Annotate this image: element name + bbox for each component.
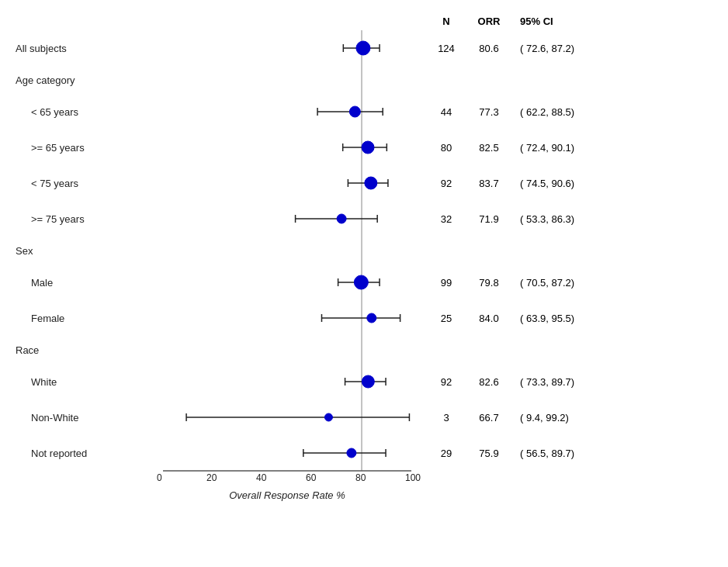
row-label: Age category <box>16 74 155 86</box>
data-orr: 79.8 <box>466 277 512 289</box>
row-label: Race <box>16 344 155 356</box>
row-data: 2584.0( 63.9, 95.5) <box>419 313 613 324</box>
data-n: 3 <box>427 412 466 424</box>
row-data: 9282.6( 73.3, 89.7) <box>419 376 613 388</box>
table-row: Not reported2975.9( 56.5, 89.7) <box>16 435 712 471</box>
row-data: 9979.8( 70.5, 87.2) <box>419 277 613 289</box>
row-label: Not reported <box>16 448 155 459</box>
row-label: < 65 years <box>16 106 155 118</box>
row-data: 366.7( 9.4, 99.2) <box>419 412 613 424</box>
table-row: Sex <box>16 237 712 264</box>
data-n: 92 <box>427 178 466 189</box>
rows-container: All subjects12480.6( 72.6, 87.2)Age cate… <box>16 30 712 471</box>
x-tick-label: 40 <box>256 472 266 483</box>
orr-header: ORR <box>466 16 512 27</box>
column-headers: N ORR 95% CI <box>16 16 712 27</box>
data-orr: 84.0 <box>466 313 512 324</box>
data-ci: ( 72.6, 87.2) <box>512 43 613 54</box>
table-row: >= 75 years3271.9( 53.3, 86.3) <box>16 201 712 237</box>
data-n: 99 <box>427 277 466 289</box>
data-ci: ( 70.5, 87.2) <box>512 277 613 289</box>
x-axis-ticks-area: 020406080100 Overall Response Rate % <box>155 471 419 501</box>
data-ci: ( 9.4, 99.2) <box>512 412 613 424</box>
data-n: 44 <box>427 106 466 118</box>
table-row: Female2584.0( 63.9, 95.5) <box>16 300 712 336</box>
ci-header: 95% CI <box>512 16 613 27</box>
data-orr: 80.6 <box>466 43 512 54</box>
row-data: 12480.6( 72.6, 87.2) <box>419 43 613 54</box>
row-label: >= 75 years <box>16 213 155 225</box>
row-label: Female <box>16 313 155 324</box>
table-row: < 65 years4477.3( 62.2, 88.5) <box>16 94 712 130</box>
data-orr: 77.3 <box>466 106 512 118</box>
n-header: N <box>427 16 466 27</box>
row-data: 9283.7( 74.5, 90.6) <box>419 178 613 189</box>
row-label: Non-White <box>16 412 155 424</box>
table-row: Male9979.8( 70.5, 87.2) <box>16 264 712 300</box>
row-label: < 75 years <box>16 178 155 189</box>
table-row: < 75 years9283.7( 74.5, 90.6) <box>16 165 712 201</box>
labels-header <box>16 16 155 27</box>
x-axis-label: Overall Response Rate % <box>155 489 419 501</box>
table-row: >= 65 years8082.5( 72.4, 90.1) <box>16 130 712 165</box>
plot-header <box>155 16 419 27</box>
table-row: Non-White366.7( 9.4, 99.2) <box>16 399 712 435</box>
data-ci: ( 62.2, 88.5) <box>512 106 613 118</box>
data-n: 25 <box>427 313 466 324</box>
row-label: White <box>16 376 155 388</box>
data-ci: ( 63.9, 95.5) <box>512 313 613 324</box>
data-orr: 71.9 <box>466 213 512 225</box>
data-n: 29 <box>427 448 466 459</box>
data-ci: ( 73.3, 89.7) <box>512 376 613 388</box>
data-n: 124 <box>427 43 466 54</box>
data-ci: ( 56.5, 89.7) <box>512 448 613 459</box>
row-data: 3271.9( 53.3, 86.3) <box>419 213 613 225</box>
row-label: Sex <box>16 245 155 257</box>
data-orr: 83.7 <box>466 178 512 189</box>
data-orr: 66.7 <box>466 412 512 424</box>
plot-wrapper: All subjects12480.6( 72.6, 87.2)Age cate… <box>16 30 712 471</box>
table-row: Age category <box>16 66 712 94</box>
data-n: 32 <box>427 213 466 225</box>
data-n: 92 <box>427 376 466 388</box>
data-orr: 82.5 <box>466 142 512 154</box>
x-tick-label: 60 <box>306 472 316 483</box>
row-data: 4477.3( 62.2, 88.5) <box>419 106 613 118</box>
table-row: White9282.6( 73.3, 89.7) <box>16 364 712 399</box>
x-axis-spacer <box>16 471 155 501</box>
row-label: Male <box>16 277 155 289</box>
x-tick-label: 80 <box>355 472 366 483</box>
x-tick-label: 20 <box>206 472 217 483</box>
data-orr: 75.9 <box>466 448 512 459</box>
x-axis-area: 020406080100 Overall Response Rate % <box>16 471 712 501</box>
data-ci: ( 72.4, 90.1) <box>512 142 613 154</box>
data-ci: ( 74.5, 90.6) <box>512 178 613 189</box>
row-label: All subjects <box>16 43 155 54</box>
table-row: All subjects12480.6( 72.6, 87.2) <box>16 30 712 66</box>
row-data: 8082.5( 72.4, 90.1) <box>419 142 613 154</box>
row-label: >= 65 years <box>16 142 155 154</box>
data-orr: 82.6 <box>466 376 512 388</box>
x-tick-label: 0 <box>157 472 162 483</box>
data-n: 80 <box>427 142 466 154</box>
x-tick-label: 100 <box>405 472 421 483</box>
data-ci: ( 53.3, 86.3) <box>512 213 613 225</box>
x-axis-ticks: 020406080100 <box>155 472 419 486</box>
data-headers: N ORR 95% CI <box>419 16 621 27</box>
main-container: N ORR 95% CI All subjects12480.6( 72.6, … <box>0 0 728 567</box>
row-data: 2975.9( 56.5, 89.7) <box>419 448 613 459</box>
table-row: Race <box>16 336 712 364</box>
